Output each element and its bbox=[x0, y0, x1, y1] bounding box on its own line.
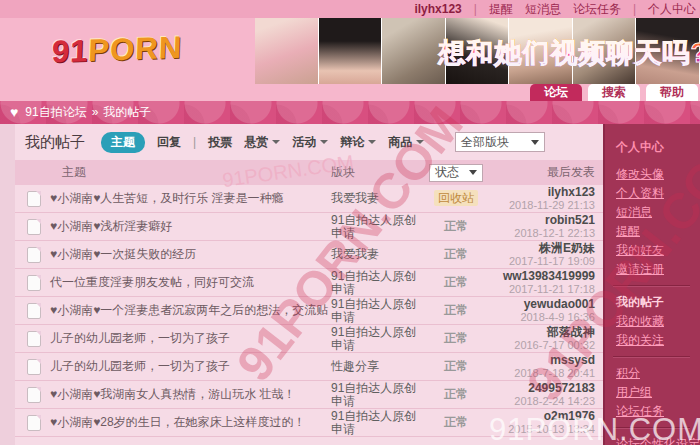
thread-list: ♥小湖南♥人生苦短，及时行乐 淫妻是一种瘾 我爱我妻 回收站 ilyhx123 … bbox=[15, 185, 603, 437]
thread-forum-link[interactable]: 性趣分享 bbox=[331, 360, 427, 373]
thread-lastpost: ww13983419999 2017-11-21 17:18 bbox=[485, 270, 603, 296]
nav-tab[interactable]: 帮助 bbox=[646, 84, 698, 101]
sidebar-item-link[interactable]: 我的关注 bbox=[616, 331, 700, 350]
sidebar-item-link[interactable]: 我的好友 bbox=[616, 241, 700, 260]
nav-tab[interactable]: 搜索 bbox=[588, 84, 640, 101]
toolbar-tab[interactable]: 悬赏 bbox=[244, 134, 280, 151]
logo-part-gold: PORN bbox=[88, 30, 183, 68]
toolbar-tab[interactable]: 商品 bbox=[388, 134, 424, 151]
thread-lastpost: ilyhx123 2018-11-29 21:13 bbox=[485, 186, 603, 212]
header-forum: 版块 bbox=[331, 164, 427, 181]
sidebar-item-link[interactable]: 论坛个性化设定 bbox=[616, 435, 700, 445]
lastpost-user-link[interactable]: ww13983419999 bbox=[485, 270, 595, 283]
thread-title-link[interactable]: ♥小湖南♥一次挺失败的经历 bbox=[41, 246, 331, 263]
sidebar-divider bbox=[613, 356, 690, 358]
sidebar-item-link[interactable]: 我的帖子 bbox=[616, 293, 700, 312]
toolbar-tab[interactable]: 投票 bbox=[208, 134, 232, 151]
thread-lastpost: mssysd 2018-7-18 20:41 bbox=[485, 354, 603, 380]
toolbar-tab[interactable]: 辩论 bbox=[340, 134, 376, 151]
lastpost-user-link[interactable]: o2m1976 bbox=[485, 410, 595, 423]
status-filter-value: 状态 bbox=[435, 164, 459, 181]
thread-title-link[interactable]: ♥小湖南♥28岁的生日，在她家床上这样度过的！ bbox=[41, 414, 331, 431]
thread-status: 正常 bbox=[427, 246, 485, 263]
chevron-down-icon bbox=[416, 140, 424, 144]
ad-banner[interactable]: 想和她们视频聊天吗? bbox=[255, 18, 700, 84]
forum-filter-select[interactable]: 全部版块 bbox=[455, 132, 545, 152]
thread-lastpost: o2m1976 2015-10-13 13:34 bbox=[485, 410, 603, 436]
sidebar-item-link[interactable]: 用户组 bbox=[616, 383, 700, 402]
sidebar-item-link[interactable]: 个人资料 bbox=[616, 184, 700, 203]
site-logo[interactable]: 91PORN bbox=[51, 30, 183, 71]
toolbar-tab[interactable]: 主题 bbox=[101, 132, 145, 153]
lastpost-user-link[interactable]: ilyhx123 bbox=[485, 186, 595, 199]
thread-title-link[interactable]: 儿子的幼儿园老师，一切为了孩子 bbox=[41, 358, 331, 375]
sidebar-item-link[interactable]: 我的收藏 bbox=[616, 312, 700, 331]
topbar-link[interactable]: 个人中心 bbox=[648, 1, 696, 18]
thread-doc-icon bbox=[27, 359, 41, 375]
sidebar-divider bbox=[613, 427, 690, 429]
lastpost-date: 2017-11-21 17:18 bbox=[509, 283, 595, 295]
toolbar-tab[interactable]: 活动 bbox=[292, 134, 328, 151]
lastpost-user-link[interactable]: 2499572183 bbox=[485, 382, 595, 395]
topbar-link[interactable]: 提醒 bbox=[489, 1, 513, 18]
chevron-down-icon bbox=[320, 140, 328, 144]
table-row[interactable]: ♥小湖南♥我湖南女人真热情，游山玩水 壮哉！ 91自拍达人原创申请 正常 249… bbox=[15, 381, 603, 409]
lastpost-user-link[interactable]: 部落战神 bbox=[485, 326, 595, 339]
thread-forum-link[interactable]: 91自拍达人原创申请 bbox=[331, 382, 427, 408]
sidebar-item-link[interactable]: 修改头像 bbox=[616, 165, 700, 184]
chevron-down-icon bbox=[272, 140, 280, 144]
thread-forum-link[interactable]: 91自拍达人原创申请 bbox=[331, 298, 427, 324]
table-row[interactable]: ♥小湖南♥28岁的生日，在她家床上这样度过的！ 91自拍达人原创申请 正常 o2… bbox=[15, 409, 603, 437]
sidebar-item-link[interactable]: 提醒 bbox=[616, 222, 700, 241]
thread-title-link[interactable]: ♥小湖南♥人生苦短，及时行乐 淫妻是一种瘾 bbox=[41, 190, 331, 207]
lastpost-user-link[interactable]: robin521 bbox=[485, 214, 595, 227]
thread-title-link[interactable]: ♥小湖南♥浅析淫妻癖好 bbox=[41, 218, 331, 235]
sidebar-item-link[interactable]: 短消息 bbox=[616, 203, 700, 222]
lastpost-date: 2018-2-24 14:23 bbox=[514, 395, 595, 407]
table-row[interactable]: ♥小湖南♥一次挺失败的经历 我爱我妻 正常 株洲E奶妹 2017-11-17 1… bbox=[15, 241, 603, 269]
table-row[interactable]: 代一位重度淫妻朋友发帖，同好可交流 91自拍达人原创申请 正常 ww139834… bbox=[15, 269, 603, 297]
sidebar-item-link[interactable]: 论坛任务 bbox=[616, 402, 700, 421]
lastpost-date: 2018-11-29 21:13 bbox=[509, 199, 595, 211]
lastpost-user-link[interactable]: 株洲E奶妹 bbox=[485, 242, 595, 255]
thread-forum-link[interactable]: 91自拍达人原创申请 bbox=[331, 270, 427, 296]
thread-forum-link[interactable]: 我爱我妻 bbox=[331, 248, 427, 261]
thread-lastpost: 株洲E奶妹 2017-11-17 19:09 bbox=[485, 242, 603, 268]
thread-title-link[interactable]: ♥小湖南♥一个淫妻患者沉寂两年之后的想法，交流贴 bbox=[41, 302, 331, 319]
lastpost-date: 2017-11-17 19:09 bbox=[509, 255, 595, 267]
thread-title-link[interactable]: 儿子的幼儿园老师，一切为了孩子 bbox=[41, 330, 331, 347]
topbar-link[interactable]: 短消息 bbox=[525, 1, 561, 18]
table-row[interactable]: ♥小湖南♥一个淫妻患者沉寂两年之后的想法，交流贴 91自拍达人原创申请 正常 y… bbox=[15, 297, 603, 325]
thread-forum-link[interactable]: 我爱我妻 bbox=[331, 192, 427, 205]
topbar-username-link[interactable]: ilyhx123 bbox=[414, 2, 461, 16]
thread-title-link[interactable]: 代一位重度淫妻朋友发帖，同好可交流 bbox=[41, 274, 331, 291]
table-row[interactable]: ♥小湖南♥人生苦短，及时行乐 淫妻是一种瘾 我爱我妻 回收站 ilyhx123 … bbox=[15, 185, 603, 213]
topbar: ilyhx123|提醒短消息论坛任务|个人中心 bbox=[0, 0, 700, 18]
thread-status: 回收站 bbox=[427, 190, 485, 207]
lastpost-date: 2016-7-17 00:32 bbox=[514, 339, 595, 351]
lastpost-date: 2015-10-13 13:34 bbox=[508, 423, 595, 435]
table-row[interactable]: 儿子的幼儿园老师，一切为了孩子 性趣分享 正常 mssysd 2018-7-18… bbox=[15, 353, 603, 381]
heart-icon: ♥ bbox=[10, 104, 18, 120]
topbar-link[interactable]: 论坛任务 bbox=[573, 1, 621, 18]
thread-lastpost: yewudao001 2018-4-9 16:36 bbox=[485, 298, 603, 324]
thread-forum-link[interactable]: 91自拍达人原创申请 bbox=[331, 410, 427, 436]
forum-filter-value: 全部版块 bbox=[461, 134, 509, 151]
breadcrumb-forum-link[interactable]: 91自拍论坛 bbox=[25, 105, 86, 119]
thread-doc-icon bbox=[27, 415, 41, 431]
breadcrumb-separator: » bbox=[92, 105, 99, 119]
content-card: 我的帖子 主题回复|投票悬赏活动辩论商品 全部版块 主题 版块 状态 最后发表 bbox=[15, 124, 603, 445]
thread-forum-link[interactable]: 91自拍达人原创申请 bbox=[331, 214, 427, 240]
status-filter-select[interactable]: 状态 bbox=[429, 164, 483, 182]
table-row[interactable]: 儿子的幼儿园老师，一切为了孩子 91自拍达人原创申请 正常 部落战神 2016-… bbox=[15, 325, 603, 353]
sidebar-item-link[interactable]: 邀请注册 bbox=[616, 260, 700, 279]
nav-tab[interactable]: 论坛 bbox=[530, 84, 582, 101]
lastpost-user-link[interactable]: yewudao001 bbox=[485, 298, 595, 311]
dropdown-caret-icon bbox=[469, 170, 477, 175]
thread-forum-link[interactable]: 91自拍达人原创申请 bbox=[331, 326, 427, 352]
thread-title-link[interactable]: ♥小湖南♥我湖南女人真热情，游山玩水 壮哉！ bbox=[41, 386, 331, 403]
sidebar-item-link[interactable]: 积分 bbox=[616, 364, 700, 383]
table-row[interactable]: ♥小湖南♥浅析淫妻癖好 91自拍达人原创申请 正常 robin521 2018-… bbox=[15, 213, 603, 241]
lastpost-user-link[interactable]: mssysd bbox=[485, 354, 595, 367]
toolbar-tab[interactable]: 回复 bbox=[157, 134, 181, 151]
